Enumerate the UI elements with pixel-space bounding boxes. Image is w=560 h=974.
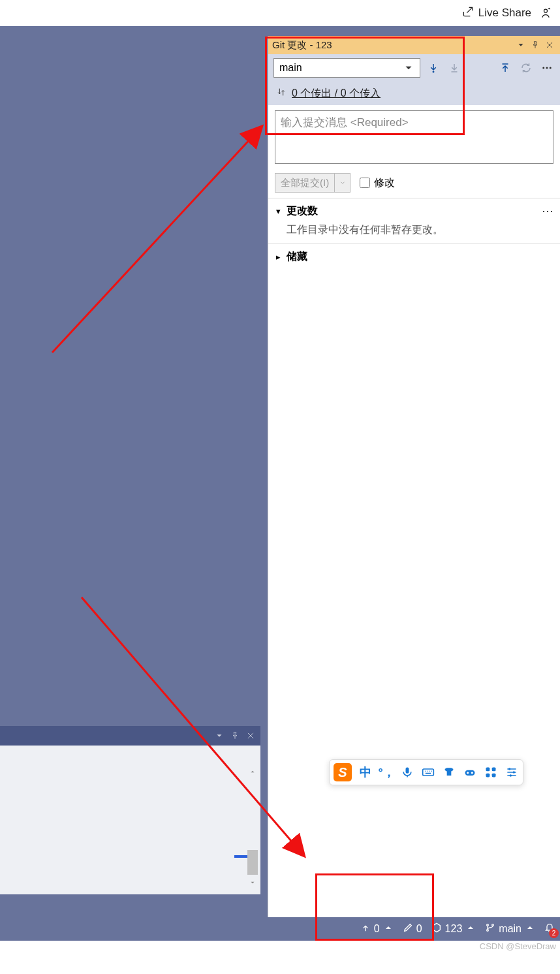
svg-point-21 [492,924,494,926]
svg-point-16 [510,774,512,776]
scroll-up-icon[interactable] [246,765,259,778]
branch-name: main [279,62,302,74]
panel-menu-dropdown[interactable] [213,730,225,742]
svg-rect-10 [486,768,490,772]
commit-all-button-group: 全部提交(I) [275,173,350,193]
svg-point-19 [487,924,489,926]
changes-empty-text: 工作目录中没有任何非暂存更改。 [268,223,560,244]
svg-point-20 [487,930,489,932]
ime-grid-icon[interactable] [484,765,498,779]
output-panel-body [0,746,260,894]
output-panel-header [0,726,260,746]
changes-section-title: 更改数 [287,204,318,218]
watermark: CSDN @SteveDraw [480,941,556,951]
push-count: 0 [374,923,380,935]
pin-icon[interactable] [529,39,542,52]
branch-dropdown[interactable]: main [273,58,420,78]
svg-rect-5 [406,768,409,774]
push-button[interactable] [497,60,513,76]
ime-mic-icon[interactable] [400,765,414,779]
scroll-down-icon[interactable] [246,876,259,889]
sogou-logo-icon[interactable]: S [334,763,352,781]
svg-point-3 [546,67,548,69]
ime-tool-icon[interactable] [463,765,477,779]
commit-actions: 全部提交(I) 修改 [275,173,553,193]
live-share-label: Live Share [478,7,531,20]
fetch-button[interactable] [426,60,441,76]
status-branch[interactable]: main [485,922,535,935]
panel-title: Git 更改 - 123 [272,39,513,52]
chevron-up-icon [465,922,476,935]
changes-section: 更改数 ⋯ 工作目录中没有任何非暂存更改。 [268,198,560,244]
branch-icon [485,922,495,935]
close-icon[interactable] [245,730,257,742]
svg-point-1 [433,71,434,72]
changes-more-button[interactable]: ⋯ [542,204,553,218]
branch-label: main [499,923,521,935]
commit-area: 全部提交(I) 修改 [268,105,560,198]
live-share-button[interactable]: Live Share [461,5,531,22]
top-toolbar: Live Share [0,0,560,26]
svg-rect-6 [423,769,434,776]
svg-rect-7 [465,770,475,776]
amend-checkbox[interactable] [360,178,370,188]
commit-dropdown[interactable] [335,173,350,193]
svg-rect-13 [492,774,496,778]
svg-point-4 [550,67,552,69]
stash-section-header[interactable]: 储藏 [268,244,560,269]
stash-section: 储藏 [268,244,560,269]
status-push[interactable]: 0 [360,922,394,935]
notification-badge: 2 [549,928,559,938]
panel-header: Git 更改 - 123 [268,36,560,54]
ime-lang-button[interactable]: 中 [358,765,373,779]
status-repo[interactable]: 123 [431,922,476,935]
svg-rect-12 [486,774,490,778]
commit-all-button[interactable]: 全部提交(I) [275,173,335,193]
notifications-button[interactable]: 2 [544,922,555,935]
ime-keyboard-icon[interactable] [421,765,435,779]
ime-settings-icon[interactable] [505,765,519,779]
repo-icon [431,922,442,935]
svg-point-2 [542,67,544,69]
status-bar: 0 0 123 main 2 [0,917,560,941]
amend-label: 修改 [374,176,395,190]
svg-point-14 [508,768,510,770]
output-panel [0,726,260,894]
pencil-icon [403,922,413,935]
svg-point-9 [471,772,473,774]
status-changes[interactable]: 0 [403,922,422,935]
panel-menu-dropdown[interactable] [514,39,527,52]
stash-section-title: 储藏 [287,250,307,264]
feedback-button[interactable] [539,7,552,20]
bottom-strip [0,941,560,974]
ime-punct-button[interactable]: °， [379,765,394,779]
changes-section-header[interactable]: 更改数 ⋯ [268,198,560,223]
sync-status-link[interactable]: 0 个传出 / 0 个传入 [292,87,381,101]
share-icon [461,5,474,22]
ime-skin-icon[interactable] [442,765,456,779]
sync-status-row: 0 个传出 / 0 个传入 [268,82,560,105]
upload-icon [360,922,371,935]
changes-count: 0 [416,923,422,935]
svg-rect-11 [492,768,496,772]
close-icon[interactable] [543,39,556,52]
chevron-up-icon [383,922,394,935]
svg-point-0 [544,9,548,12]
sync-button[interactable] [518,60,534,76]
chevron-up-icon [525,922,535,935]
pin-icon[interactable] [229,730,241,742]
expand-icon [275,206,281,216]
commit-message-input[interactable] [275,110,553,164]
scrollbar[interactable] [246,765,259,883]
git-toolbar: main [268,54,560,82]
collapse-icon [275,252,281,262]
pull-button[interactable] [446,60,462,76]
scroll-thumb[interactable] [247,850,258,875]
ime-toolbar: S 中 °， [329,759,523,785]
more-button[interactable] [539,60,555,76]
svg-point-15 [513,771,515,773]
sync-icon [276,87,287,100]
svg-point-8 [467,772,469,774]
amend-checkbox-group[interactable]: 修改 [360,176,395,190]
repo-name: 123 [445,923,463,935]
